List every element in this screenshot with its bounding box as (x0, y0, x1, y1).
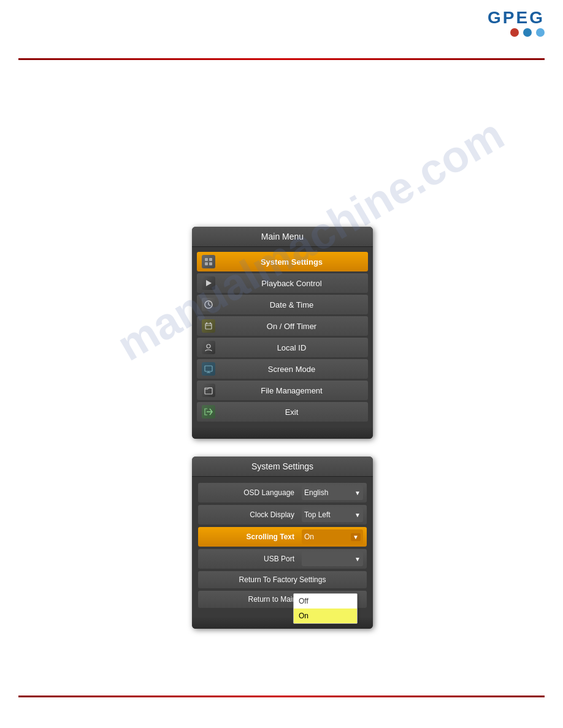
menu-item-screen-mode-label: Screen Mode (220, 365, 363, 374)
usb-port-select[interactable]: ▼ (302, 552, 363, 566)
svg-rect-3 (209, 262, 212, 265)
clock-display-arrow-icon: ▼ (354, 512, 361, 518)
dot-cyan-icon (536, 28, 545, 37)
system-settings-panel: System Settings OSD Language English ▼ C… (192, 457, 373, 629)
usb-port-row[interactable]: USB Port ▼ (198, 549, 367, 569)
svg-rect-1 (209, 258, 212, 261)
scrolling-text-value: On (304, 533, 351, 541)
menu-item-on-off-timer[interactable]: On / Off Timer (197, 316, 368, 336)
menu-item-date-time[interactable]: Date & Time (197, 295, 368, 314)
return-factory-settings-label: Return To Factory Settings (239, 575, 326, 584)
playback-control-icon (202, 276, 215, 290)
usb-port-arrow-icon: ▼ (354, 556, 361, 563)
osd-language-value: English (304, 488, 354, 497)
menu-item-exit-label: Exit (220, 408, 363, 417)
system-settings-body: OSD Language English ▼ Clock Display Top… (192, 477, 373, 614)
menu-item-on-off-timer-label: On / Off Timer (220, 322, 363, 331)
file-management-icon (202, 384, 215, 397)
logo-text: GPEG (488, 9, 545, 26)
clock-display-value: Top Left (304, 510, 354, 519)
menu-item-local-id-label: Local ID (220, 343, 363, 352)
usb-port-label: USB Port (202, 555, 298, 563)
osd-language-arrow-icon: ▼ (354, 490, 361, 496)
menu-item-file-management-label: File Management (220, 386, 363, 395)
separator-top (18, 58, 545, 60)
osd-language-row[interactable]: OSD Language English ▼ (198, 483, 367, 502)
scrolling-text-select[interactable]: On ▼ (302, 529, 363, 544)
menu-item-local-id[interactable]: Local ID (197, 338, 368, 357)
menu-items-list: System Settings Playback Control Date & … (192, 247, 373, 427)
main-menu-panel-bottom (192, 427, 373, 439)
local-id-icon (202, 341, 215, 354)
menu-item-screen-mode[interactable]: Screen Mode (197, 359, 368, 379)
menu-item-file-management[interactable]: File Management (197, 381, 368, 400)
dot-blue-icon (523, 28, 532, 37)
menu-item-system-settings[interactable]: System Settings (197, 252, 368, 271)
menu-item-system-settings-label: System Settings (220, 257, 363, 267)
logo-dots (510, 28, 545, 37)
svg-rect-13 (205, 366, 212, 371)
main-menu-panel: Main Menu System Settings Playback Contr… (192, 227, 373, 439)
osd-language-label: OSD Language (202, 488, 298, 497)
svg-marker-4 (206, 280, 212, 286)
svg-rect-2 (205, 262, 208, 265)
system-settings-icon (202, 255, 215, 268)
logo-area: GPEG (488, 9, 545, 37)
scrolling-text-label: Scrolling Text (202, 533, 298, 541)
scrolling-text-dropdown[interactable]: Off On (293, 593, 358, 624)
dropdown-option-on[interactable]: On (294, 609, 357, 623)
scrolling-text-row[interactable]: Scrolling Text On ▼ Off On (198, 527, 367, 547)
svg-point-12 (207, 344, 210, 348)
dot-red-icon (510, 28, 519, 37)
system-settings-title: System Settings (192, 457, 373, 477)
clock-display-row[interactable]: Clock Display Top Left ▼ (198, 505, 367, 525)
svg-rect-8 (205, 324, 212, 329)
svg-line-7 (209, 305, 210, 306)
menu-item-date-time-label: Date & Time (220, 300, 363, 309)
clock-display-label: Clock Display (202, 510, 298, 519)
separator-bottom (18, 696, 545, 697)
menu-item-playback-control[interactable]: Playback Control (197, 273, 368, 293)
menu-item-exit[interactable]: Exit (197, 402, 368, 422)
svg-rect-0 (205, 258, 208, 261)
on-off-timer-icon (202, 319, 215, 333)
clock-display-select[interactable]: Top Left ▼ (302, 507, 363, 522)
menu-item-playback-label: Playback Control (220, 279, 363, 288)
osd-language-select[interactable]: English ▼ (302, 485, 363, 500)
dropdown-option-off[interactable]: Off (294, 594, 357, 609)
return-factory-settings-button[interactable]: Return To Factory Settings (198, 571, 367, 588)
screen-mode-icon (202, 362, 215, 376)
scrolling-text-arrow-icon: ▼ (351, 533, 361, 541)
date-time-icon (202, 298, 215, 311)
main-menu-title: Main Menu (192, 227, 373, 247)
exit-icon (202, 405, 215, 419)
